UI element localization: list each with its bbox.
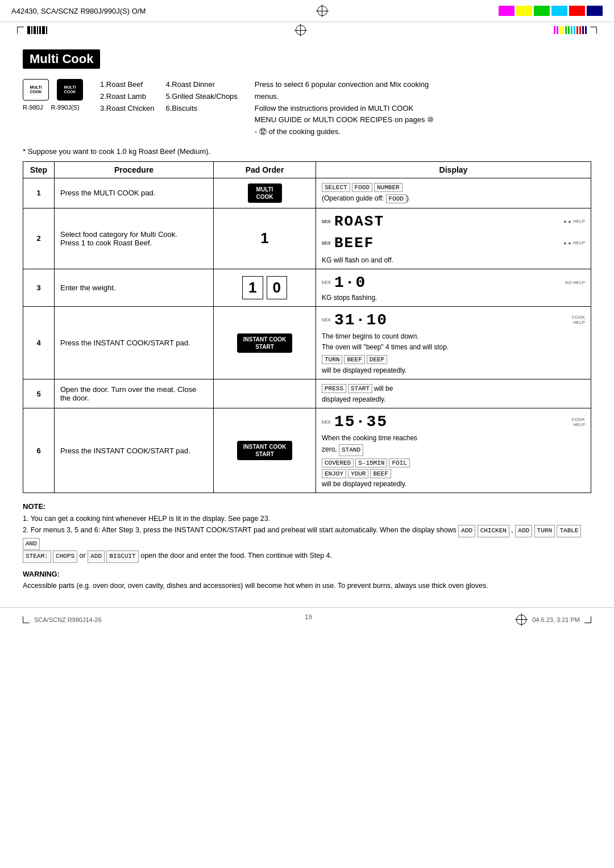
top-bar: A42430, SCA/SCNZ R980J/990J(S) O/M — [0, 0, 614, 22]
number-1-btn[interactable]: 1 — [242, 276, 263, 299]
model-labels: R-980J R-990J(S) — [23, 104, 80, 111]
cook-help-label-6: COOK HELP — [571, 417, 585, 427]
number-0-btn[interactable]: 0 — [267, 276, 287, 299]
display-covered: COVERED — [322, 458, 354, 468]
will-be-text: will be — [374, 385, 393, 393]
display-final-timer-row: MIX 15·35 COOK HELP — [322, 413, 585, 431]
display-beef-2: BEEF — [344, 355, 364, 364]
table-row: 5 Open the door. Turn over the meat. Clo… — [23, 379, 591, 408]
bar6 — [42, 26, 45, 34]
table-row: 3 Enter the weight. 1 0 MIX 1·0 KG HELP … — [23, 269, 591, 306]
display-beef: BEEF — [334, 235, 374, 252]
table-row: 2 Select food category for Multi Cook.Pr… — [23, 208, 591, 269]
mix-label-4: MIX — [322, 317, 331, 323]
mix-label-1: MIX — [322, 219, 331, 224]
note-display-chicken: CHICKEN — [478, 525, 509, 537]
steps-table: Step Procedure Pad Order Display 1 Press… — [23, 161, 591, 493]
note-display-turn: TURN — [534, 525, 555, 537]
display-press-row: PRESS START will be — [322, 384, 585, 393]
warning-text: Accessible parts (e.g. oven door, oven c… — [23, 582, 488, 590]
main-content: Multi Cook MULTI COOK MULTI COOK — [0, 38, 614, 603]
warning-section: WARNING: Accessible parts (e.g. oven doo… — [23, 569, 591, 591]
note-text-end: open the door and enter the food. Then c… — [140, 552, 332, 560]
display-weight: 1·0 — [334, 274, 366, 291]
note-display-add2: ADD — [515, 525, 532, 537]
note-display-add4: ADD — [88, 550, 105, 563]
note-display-biscuit: BISCUIT — [106, 550, 138, 563]
step-number-3: 3 — [23, 269, 55, 306]
display-2-container: MIX ROAST ▲▲ HELP MIX BEEF ▲▲ HELP KG wi… — [322, 213, 585, 264]
bar-m1 — [554, 26, 555, 34]
display-box-food-1: FOOD — [352, 183, 372, 192]
mix-label-6: MIX — [322, 419, 331, 425]
display-weight-row: MIX 1·0 KG HELP — [322, 274, 585, 291]
top-left-marks — [17, 26, 47, 34]
display-enjoy: ENJOY — [322, 469, 346, 478]
kg-flash-note: KG will flash on and off. — [322, 256, 585, 264]
corner-br — [584, 616, 591, 623]
instant-cook-start-btn-2[interactable]: INSTANT COOKSTART — [237, 441, 292, 460]
help-label-2: ▲▲ HELP — [563, 240, 585, 245]
intro-list: 1.Roast Beef 2.Roast Lamb 3.Roast Chicke… — [100, 79, 238, 114]
intro-text: Press to select 6 popular convection and… — [255, 79, 437, 138]
intro-section: MULTI COOK MULTI COOK R-980J R-990J(S) 1… — [23, 79, 591, 138]
display-stand: STAND — [339, 444, 363, 457]
bar-g2 — [568, 26, 570, 34]
display-timer-row: MIX 31·10 COOK HELP — [322, 311, 585, 329]
display-6: MIX 15·35 COOK HELP When the cooking tim… — [316, 408, 591, 493]
color-green — [534, 6, 550, 16]
list-item-6: 6.Biscuits — [165, 103, 237, 115]
bar4 — [37, 26, 38, 34]
notes-section: NOTE: 1. You can get a cooking hint when… — [23, 501, 591, 563]
step-number-2: 2 — [23, 208, 55, 269]
corner-tl — [17, 27, 24, 34]
page-title: Multi Cook — [23, 49, 100, 69]
display-s15min: S-15MIN — [355, 458, 387, 468]
cooking-time-note: When the cooking time reaches zero, STAN… — [322, 433, 585, 456]
header-pad-order: Pad Order — [214, 161, 316, 178]
pad-order-4: INSTANT COOKSTART — [214, 306, 316, 379]
note-2: 2. For menus 3, 5 and 6: After Step 3, p… — [23, 526, 458, 534]
display-4: MIX 31·10 COOK HELP The timer begins to … — [316, 306, 591, 379]
instant-cook-start-btn-1[interactable]: INSTANT COOKSTART — [237, 333, 292, 353]
bar5 — [39, 26, 41, 34]
cook-help-label: COOK HELP — [571, 315, 585, 325]
step-number-4: 4 — [23, 306, 55, 379]
display-2: MIX ROAST ▲▲ HELP MIX BEEF ▲▲ HELP KG wi… — [316, 208, 591, 269]
display-enjoy-row: ENJOY YOUR BEEF — [322, 469, 585, 478]
table-row: 4 Press the INSTANT COOK/START pad. INST… — [23, 306, 591, 379]
color-yellow — [516, 6, 532, 16]
note-display-steam: STEAM: — [23, 550, 51, 563]
multi-cook-pad-btn[interactable]: MULTICOOK — [248, 183, 282, 203]
procedure-4: Press the INSTANT COOK/START pad. — [55, 306, 214, 379]
pad-box-multi-cook-1: MULTI COOK — [23, 79, 49, 101]
display-deep: DEEP — [367, 355, 387, 364]
corner-tr — [590, 27, 597, 34]
bar-c1 — [571, 26, 572, 34]
mix-label-2: MIX — [322, 240, 331, 246]
help-label-1: ▲▲ HELP — [563, 219, 585, 224]
display-final-timer: 15·35 — [334, 413, 388, 431]
model-r980j: R-980J — [23, 104, 43, 111]
document-title: A42430, SCA/SCNZ R980J/990J(S) O/M — [11, 7, 146, 15]
table-row: 6 Press the INSTANT COOK/START pad. INST… — [23, 408, 591, 493]
header-display: Display — [316, 161, 591, 178]
header-step: Step — [23, 161, 55, 178]
procedure-1: Press the MULTI COOK pad. — [55, 178, 214, 208]
color-red — [569, 6, 585, 16]
footer-left-area: SCA/SCNZ R980J14-26 — [23, 614, 102, 626]
list-item-3: 3.Roast Chicken — [100, 103, 154, 115]
barcode-left — [27, 26, 47, 34]
color-magenta — [499, 6, 515, 16]
display-box-food-off: FOOD — [386, 194, 406, 203]
footer-right-area: 04.6.23, 3:21 PM — [515, 614, 591, 626]
table-header-row: Step Procedure Pad Order Display — [23, 161, 591, 178]
number-1-pad[interactable]: 1 — [219, 229, 310, 247]
display-row-1: SELECT FOOD NUMBER — [322, 183, 585, 192]
bar-b2 — [585, 26, 587, 34]
procedure-6: Press the INSTANT COOK/START pad. — [55, 408, 214, 493]
procedure-2: Select food category for Multi Cook.Pres… — [55, 208, 214, 269]
procedure-3: Enter the weight. — [55, 269, 214, 306]
note-display-table: TABLE — [557, 525, 581, 537]
step-number-6: 6 — [23, 408, 55, 493]
